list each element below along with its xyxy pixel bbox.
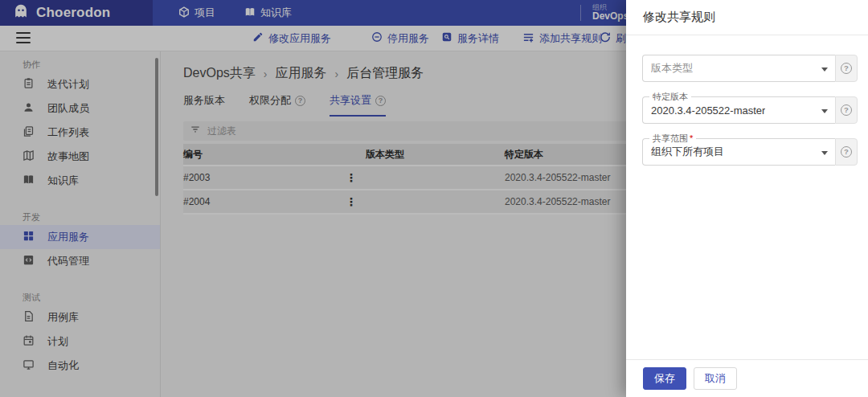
field-label: 共享范围* (649, 133, 696, 144)
share-scope-value: 组织下所有项目 (651, 145, 724, 159)
help-icon (841, 63, 852, 74)
specific-version-help-addon[interactable] (835, 96, 858, 124)
chevron-down-icon (821, 109, 828, 113)
help-icon (841, 104, 852, 116)
version-type-placeholder: 版本类型 (651, 61, 693, 76)
field-label: 特定版本 (649, 91, 691, 102)
required-asterisk: * (690, 133, 693, 143)
cancel-button[interactable]: 取消 (694, 367, 737, 390)
chevron-down-icon (821, 68, 828, 72)
help-icon (841, 146, 852, 158)
field-specific-version: 特定版本 2020.3.4-205522-master (642, 96, 858, 124)
specific-version-select[interactable]: 特定版本 2020.3.4-205522-master (642, 96, 835, 124)
version-type-select[interactable]: 版本类型 (642, 55, 835, 82)
share-scope-select[interactable]: 共享范围* 组织下所有项目 (642, 138, 835, 166)
field-share-scope: 共享范围* 组织下所有项目 (642, 138, 858, 166)
version-type-help-addon[interactable] (835, 55, 858, 82)
panel-title: 修改共享规则 (626, 0, 868, 35)
app-root: Choerodon 项目 知识库 组织 DevOps2 (0, 0, 868, 397)
modal-mask[interactable] (0, 0, 626, 397)
chevron-down-icon (821, 151, 828, 155)
save-button[interactable]: 保存 (643, 367, 686, 390)
edit-share-rule-panel: 修改共享规则 版本类型 特定版本 2020.3.4-205522-master (626, 0, 868, 397)
specific-version-value: 2020.3.4-205522-master (651, 104, 765, 117)
share-scope-help-addon[interactable] (835, 138, 858, 166)
panel-footer: 保存 取消 (626, 359, 868, 397)
field-version-type: 版本类型 (642, 55, 858, 82)
